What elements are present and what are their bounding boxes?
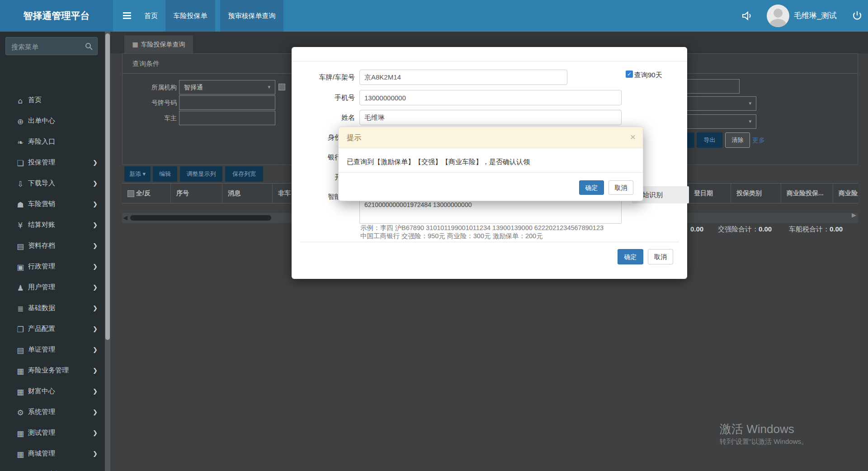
- chevron-right-icon: ❯: [93, 388, 98, 395]
- modal-ok-button[interactable]: 确定: [618, 249, 643, 264]
- grid-icon: ▦: [15, 366, 25, 376]
- plate-field-label: 车牌/车架号: [301, 73, 355, 82]
- checkbox-checked-icon[interactable]: ✓: [626, 71, 633, 78]
- tab-vehicle-policy[interactable]: 车险投保单: [165, 0, 215, 32]
- sidebar-scrollbar[interactable]: [105, 32, 110, 471]
- sidebar-item-label: 投保管理: [28, 158, 55, 167]
- name-field-input[interactable]: [359, 110, 622, 125]
- org-select[interactable]: 智择通 ▾: [179, 80, 275, 94]
- sidebar-item-system-mgmt[interactable]: ⚙ 系统管理 ❯: [0, 402, 105, 423]
- sidebar-item-mall-mgmt[interactable]: ▦ 商城管理 ❯: [0, 444, 105, 465]
- app-title: 智择通管理平台: [0, 0, 113, 32]
- panel-title: 查询条件: [132, 60, 160, 68]
- plate-field-input[interactable]: [359, 70, 567, 85]
- select-all-checkbox[interactable]: [127, 190, 134, 197]
- grid-icon: ▦: [15, 387, 25, 397]
- owner-input[interactable]: [179, 111, 275, 125]
- chevron-right-icon: ❯: [93, 221, 98, 228]
- org-label: 所属机构: [141, 84, 177, 92]
- table-header-date[interactable]: 登日期: [688, 184, 731, 203]
- sidebar-item-smart-move-card[interactable]: ▦ 智能挪车提醒牌 ❯: [0, 465, 105, 471]
- export-button[interactable]: 导出: [697, 132, 722, 148]
- windows-activation-hint: 转到“设置”以激活 Windows。: [720, 438, 808, 446]
- sidebar-item-life-entry[interactable]: ❧ 寿险入口: [0, 132, 105, 153]
- folder-icon: ▣: [15, 262, 25, 272]
- sidebar: ⌂ 首页 ⊕ 出单中心 ❧ 寿险入口 ❏ 投保管理 ❯ ⇩ 下载导入 ❯ ☗ 车…: [0, 32, 105, 471]
- windows-activation-watermark: 激活 Windows: [720, 421, 794, 437]
- sidebar-item-issue-center[interactable]: ⊕ 出单中心: [0, 111, 105, 132]
- sidebar-item-admin-mgmt[interactable]: ▣ 行政管理 ❯: [0, 257, 105, 278]
- phone-field-input[interactable]: [359, 90, 622, 105]
- sidebar-item-home[interactable]: ⌂ 首页: [0, 90, 105, 111]
- page-tab-vehicle-policy-query[interactable]: ▦车险投保单查询: [124, 35, 193, 53]
- org-checkbox[interactable]: [278, 84, 285, 90]
- table-header-commercial[interactable]: 商业险投保...: [781, 184, 833, 203]
- car-icon: ☗: [15, 200, 25, 210]
- sidebar-toggle-button[interactable]: [117, 0, 137, 32]
- phone-field-label: 手机号: [301, 94, 355, 102]
- sidebar-item-download-import[interactable]: ⇩ 下载导入 ❯: [0, 174, 105, 194]
- tab-home[interactable]: 首页: [137, 0, 165, 32]
- edit-button[interactable]: 编辑: [153, 166, 177, 182]
- sidebar-item-life-business[interactable]: ▦ 寿险业务管理 ❯: [0, 361, 105, 382]
- chevron-right-icon: ❯: [93, 409, 98, 415]
- sidebar-item-vehicle-marketing[interactable]: ☗ 车险营销 ❯: [0, 194, 105, 215]
- chevron-right-icon: ❯: [93, 346, 98, 353]
- sidebar-item-label: 财富中心: [28, 387, 55, 396]
- avatar[interactable]: [767, 5, 789, 27]
- summary-jqx: 交强险合计：0.00: [718, 225, 772, 234]
- sidebar-item-label: 基础数据: [28, 304, 55, 312]
- adjust-columns-button[interactable]: 调整显示列: [180, 166, 222, 182]
- query-90days-label[interactable]: 查询90天: [634, 71, 662, 80]
- table-header-commercial-start[interactable]: 商业险起: [833, 184, 858, 203]
- search-input[interactable]: [10, 39, 85, 54]
- table-header-seq[interactable]: 序号: [171, 184, 222, 203]
- clear-button[interactable]: 清除: [725, 132, 750, 148]
- search-icon[interactable]: [85, 42, 93, 50]
- sidebar-item-policy-mgmt[interactable]: ❏ 投保管理 ❯: [0, 153, 105, 174]
- book-icon: ❐: [15, 325, 25, 334]
- sidebar-search-box: [5, 37, 98, 55]
- sidebar-item-settlement[interactable]: ¥ 结算对账 ❯: [0, 215, 105, 236]
- alert-ok-button[interactable]: 确定: [579, 180, 604, 195]
- scroll-right-icon[interactable]: ▶: [852, 212, 856, 218]
- table-header-message[interactable]: 消息: [222, 184, 273, 203]
- sidebar-scrollbar-thumb[interactable]: [105, 33, 110, 340]
- table-header-policy-type[interactable]: 投保类别: [731, 184, 781, 203]
- tab-precheck-query[interactable]: 预审核保单查询: [220, 0, 283, 32]
- sidebar-item-test-mgmt[interactable]: ▦ 测试管理 ❯: [0, 423, 105, 444]
- sidebar-item-label: 资料存档: [28, 241, 55, 250]
- scroll-left-icon[interactable]: ◀: [123, 214, 127, 221]
- sidebar-item-base-data[interactable]: ≣ 基础数据 ❯: [0, 298, 105, 319]
- modal-footer-divider: [300, 242, 679, 242]
- chevron-right-icon: ❯: [93, 284, 98, 291]
- chevron-right-icon: ❯: [93, 305, 98, 311]
- add-button-label: 新添: [129, 170, 141, 177]
- sidebar-item-label: 用户管理: [28, 283, 55, 292]
- close-icon[interactable]: ×: [630, 132, 636, 142]
- sidebar-item-cert-mgmt[interactable]: ▤ 单证管理 ❯: [0, 340, 105, 361]
- add-dropdown-button[interactable]: 新添 ▾: [124, 166, 151, 182]
- page-tab-label: 车险投保单查询: [141, 41, 185, 48]
- chevron-right-icon: ❯: [93, 263, 98, 270]
- chevron-down-icon: ▾: [143, 170, 146, 177]
- sidebar-item-label: 商城管理: [28, 449, 55, 458]
- sidebar-item-product-config[interactable]: ❐ 产品配置 ❯: [0, 319, 105, 340]
- save-column-width-button[interactable]: 保存列宽: [225, 166, 263, 182]
- sidebar-item-user-mgmt[interactable]: ♟ 用户管理 ❯: [0, 278, 105, 298]
- avatar-head-shape: [774, 9, 783, 18]
- volume-icon[interactable]: [741, 9, 753, 24]
- leaf-icon: ❧: [15, 137, 25, 147]
- horizontal-scrollbar-thumb[interactable]: [130, 215, 271, 221]
- user-name[interactable]: 毛维琳_测试: [794, 0, 836, 32]
- plate-input[interactable]: [179, 95, 275, 110]
- sidebar-item-wealth-center[interactable]: ▦ 财富中心 ❯: [0, 382, 105, 402]
- alert-cancel-button[interactable]: 取消: [609, 180, 633, 195]
- sidebar-item-archives[interactable]: ▤ 资料存档 ❯: [0, 236, 105, 257]
- power-icon[interactable]: [851, 9, 863, 24]
- modal-cancel-button[interactable]: 取消: [648, 249, 673, 264]
- alert-message: 已查询到【激励保单】【交强】【商业车险】，是否确认认领: [347, 158, 530, 166]
- more-link[interactable]: 更多: [752, 137, 765, 145]
- home-icon: ⌂: [15, 96, 25, 106]
- grid-icon: ▦: [15, 449, 25, 459]
